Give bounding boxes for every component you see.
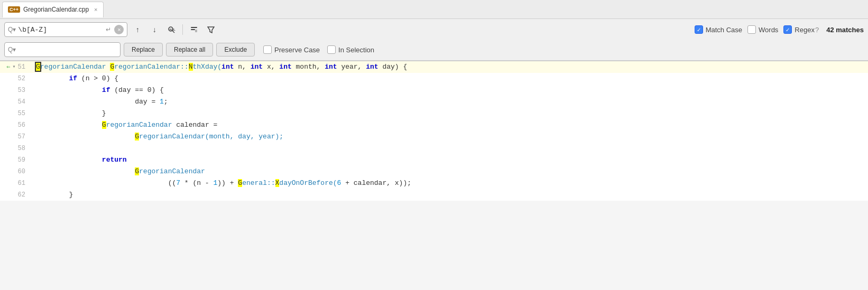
code-token: day =	[36, 98, 160, 106]
preserve-case-label: Preserve Case	[274, 46, 320, 54]
code-token: ((	[36, 179, 176, 187]
search-bar: Q▾ ↵ × ↑ ↓ ALL II	[0, 19, 868, 61]
code-token: calendar =	[172, 121, 217, 129]
search-mode-icon[interactable]: Q▾	[8, 26, 16, 33]
cpp-icon: C++	[8, 6, 20, 13]
code-area[interactable]: ⇐▾51GregorianCalendar GregorianCalendar:…	[0, 61, 868, 201]
line-number: 52	[0, 73, 32, 85]
code-token: return	[102, 156, 127, 164]
line-number: ⇐▾51	[0, 61, 32, 73]
code-token: int	[279, 63, 291, 71]
file-tab[interactable]: C++ GregorianCalendar.cpp ×	[2, 2, 104, 17]
code-token: if (day == 0) {	[36, 86, 164, 94]
line-number-text: 53	[18, 85, 25, 96]
svg-rect-3	[191, 27, 197, 28]
code-token: regorianCalendar(month, day, year);	[139, 133, 283, 141]
code-token: if (n > 0) {	[36, 74, 118, 82]
search-input[interactable]	[18, 26, 103, 34]
tab-filename: GregorianCalendar.cpp	[23, 6, 89, 13]
line-number-text: 52	[18, 73, 25, 85]
line-number: 61	[0, 177, 32, 189]
line-number-text: 54	[18, 96, 25, 108]
words-checkbox[interactable]	[747, 25, 756, 34]
replace-mode-icon[interactable]: Q▾	[8, 46, 16, 53]
code-token: G	[102, 121, 106, 129]
code-token	[36, 121, 102, 129]
line-number: 54	[0, 96, 32, 108]
code-line-content: GregorianCalendar calendar =	[32, 119, 868, 131]
line-number: 53	[0, 85, 32, 96]
table-row: 62 }	[0, 189, 868, 201]
code-token: int	[251, 63, 263, 71]
in-selection-checkbox[interactable]	[327, 45, 336, 54]
match-case-label: Match Case	[706, 26, 742, 34]
table-row: 53 if (day == 0) {	[0, 85, 868, 96]
code-token	[36, 156, 102, 164]
code-token: regorianCalendar	[106, 121, 172, 129]
table-row: 60 GregorianCalendar	[0, 166, 868, 177]
search-input-container: Q▾ ↵ ×	[4, 22, 127, 37]
code-token	[36, 167, 135, 175]
in-selection-option[interactable]: In Selection	[327, 45, 374, 54]
code-token: regorianCalendar	[139, 167, 205, 175]
svg-rect-4	[191, 29, 195, 30]
code-line-content: ((7 * (n - 1)) + General::XdayOnOrBefore…	[32, 177, 868, 189]
line-number: 55	[0, 108, 32, 119]
code-token: G	[238, 179, 242, 187]
line-number: 59	[0, 154, 32, 166]
code-token: month,	[292, 63, 325, 71]
table-row: 57 GregorianCalendar(month, day, year);	[0, 131, 868, 143]
regex-checkbox[interactable]: ✓	[783, 25, 792, 34]
find-all-button[interactable]: ALL	[164, 23, 178, 36]
code-token: G	[135, 167, 139, 175]
regex-help-button[interactable]: ?	[815, 26, 819, 34]
code-token: x,	[263, 63, 279, 71]
in-selection-label: In Selection	[338, 46, 374, 54]
clear-button[interactable]: ×	[114, 25, 124, 34]
code-token: 7	[176, 179, 180, 187]
code-token: int	[325, 63, 337, 71]
table-row: 54 day = 1;	[0, 96, 868, 108]
code-line-content: }	[32, 189, 868, 201]
match-case-option[interactable]: ✓ Match Case	[695, 25, 742, 34]
code-line-content: day = 1;	[32, 96, 868, 108]
table-row: 52 if (n > 0) {	[0, 73, 868, 85]
code-token: year,	[337, 63, 366, 71]
nav-down-button[interactable]: ↓	[147, 23, 161, 36]
code-token: )) +	[217, 179, 238, 187]
code-token: N	[189, 63, 193, 71]
line-number-text: 57	[18, 131, 25, 143]
enter-button[interactable]: ↵	[105, 26, 112, 33]
code-line-content: if (n > 0) {	[32, 73, 868, 85]
replace-button[interactable]: Replace	[124, 43, 163, 57]
regex-option[interactable]: ✓ Regex ?	[783, 25, 819, 34]
exclude-button[interactable]: Exclude	[216, 43, 255, 57]
words-option[interactable]: Words	[747, 25, 778, 34]
tab-close-button[interactable]: ×	[94, 6, 97, 13]
code-token: * (n -	[180, 179, 213, 187]
filter-button[interactable]	[204, 23, 218, 36]
code-token: day) {	[378, 63, 408, 71]
tab-bar: C++ GregorianCalendar.cpp ×	[0, 0, 868, 19]
code-token: regorianCalendar::	[114, 63, 188, 71]
line-number: 62	[0, 189, 32, 201]
code-token	[36, 133, 135, 141]
nav-up-button[interactable]: ↑	[131, 23, 144, 36]
multiline-button[interactable]: II	[187, 23, 201, 36]
preserve-case-checkbox[interactable]	[263, 45, 272, 54]
fold-icon[interactable]: ▾	[13, 61, 16, 73]
preserve-options: Preserve Case In Selection	[263, 45, 374, 54]
code-token: int	[221, 63, 234, 71]
code-token: eneral::	[242, 179, 275, 187]
replace-all-button[interactable]: Replace all	[166, 43, 213, 57]
line-number: 58	[0, 143, 32, 154]
code-line-content: GregorianCalendar GregorianCalendar::Nth…	[32, 61, 868, 73]
table-row: ⇐▾51GregorianCalendar GregorianCalendar:…	[0, 61, 868, 73]
match-case-checkbox[interactable]: ✓	[695, 25, 703, 34]
line-number-text: 59	[18, 154, 25, 166]
line-number-text: 56	[18, 119, 25, 131]
table-row: 55 }	[0, 108, 868, 119]
code-line-content: if (day == 0) {	[32, 85, 868, 96]
preserve-case-option[interactable]: Preserve Case	[263, 45, 320, 54]
table-row: 56 GregorianCalendar calendar =	[0, 119, 868, 131]
